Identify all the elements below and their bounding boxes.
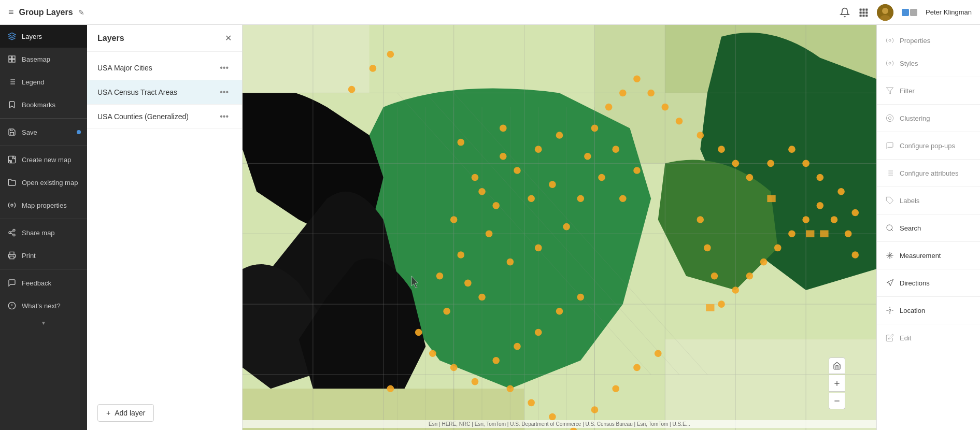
svg-point-64 [457, 251, 464, 259]
right-label-styles: Styles [900, 60, 918, 67]
layer-more-button-2[interactable]: ••• [217, 111, 232, 122]
zoom-out-button[interactable] [829, 393, 845, 409]
layer-item-usa-census-tract[interactable]: USA Census Tract Areas ••• [87, 80, 242, 105]
sidebar-item-bookmarks[interactable]: Bookmarks [0, 93, 87, 116]
right-item-labels[interactable]: Labels [877, 189, 980, 212]
svg-rect-37 [243, 25, 370, 93]
right-divider-3 [877, 132, 980, 132]
svg-point-116 [612, 385, 619, 392]
sidebar-divider-1 [0, 118, 87, 119]
zoom-in-button[interactable] [829, 375, 845, 392]
svg-point-135 [831, 216, 838, 223]
svg-rect-13 [9, 56, 11, 59]
home-button[interactable] [829, 357, 845, 374]
svg-rect-30 [10, 256, 14, 259]
sidebar-divider-3 [0, 219, 87, 219]
sidebar-item-layers[interactable]: Layers [0, 25, 87, 48]
svg-point-81 [633, 167, 641, 174]
svg-point-110 [577, 294, 584, 301]
svg-point-65 [436, 273, 444, 280]
right-label-labels: Labels [900, 197, 919, 205]
svg-point-77 [556, 132, 563, 139]
legend-icon [7, 78, 17, 86]
right-item-location[interactable]: Location [877, 299, 980, 322]
svg-point-72 [528, 195, 535, 202]
svg-point-87 [647, 90, 655, 97]
right-item-properties[interactable]: Properties [877, 29, 980, 52]
sidebar-item-map-properties[interactable]: Map properties [0, 194, 87, 217]
svg-point-103 [429, 350, 436, 357]
sidebar-label-save: Save [22, 128, 37, 136]
svg-point-102 [415, 329, 422, 336]
svg-point-97 [816, 174, 823, 181]
svg-point-63 [486, 230, 493, 237]
svg-point-57 [387, 51, 394, 58]
layer-more-button-0[interactable]: ••• [217, 62, 232, 74]
sidebar-label-feedback: Feedback [22, 279, 51, 287]
sidebar-item-whats-next[interactable]: What's next? [0, 294, 87, 317]
layer-item-usa-counties[interactable]: USA Counties (Generalized) ••• [87, 105, 242, 129]
right-label-edit: Edit [900, 334, 911, 342]
svg-marker-171 [887, 279, 893, 286]
create-map-icon [7, 155, 17, 164]
svg-point-71 [549, 181, 556, 188]
right-label-directions: Directions [900, 279, 930, 287]
layers-close-button[interactable]: ✕ [225, 33, 232, 43]
sidebar-item-feedback[interactable]: Feedback [0, 271, 87, 294]
menu-button[interactable]: ≡ [8, 7, 14, 18]
sidebar-item-legend[interactable]: Legend [0, 70, 87, 93]
edit-title-icon[interactable]: ✎ [78, 8, 84, 17]
color-swatches [902, 9, 917, 16]
avatar[interactable] [877, 4, 893, 21]
right-item-configure-attributes[interactable]: Configure attributes [877, 162, 980, 184]
svg-point-89 [676, 118, 683, 125]
share-icon [7, 228, 17, 237]
svg-point-136 [845, 230, 852, 237]
right-item-filter[interactable]: Filter [877, 79, 980, 102]
layers-panel-header: Layers ✕ [87, 25, 242, 52]
sidebar-label-share-map: Share map [22, 229, 55, 237]
right-item-configure-popups[interactable]: Configure pop-ups [877, 134, 980, 157]
svg-point-75 [500, 153, 507, 160]
right-item-clustering[interactable]: Clustering [877, 107, 980, 130]
svg-point-157 [889, 39, 891, 41]
right-divider-8 [877, 269, 980, 269]
sidebar-label-print: Print [22, 252, 36, 260]
notifications-button[interactable] [840, 7, 850, 18]
right-item-search[interactable]: Search [877, 217, 980, 239]
sidebar-label-legend: Legend [22, 78, 44, 86]
basemap-icon [7, 55, 17, 63]
right-divider-5 [877, 187, 980, 187]
open-map-icon [7, 178, 17, 187]
svg-point-124 [697, 216, 704, 223]
svg-line-29 [11, 231, 13, 232]
sidebar-item-create-new-map[interactable]: Create new map [0, 148, 87, 171]
sidebar-item-open-existing-map[interactable]: Open existing map [0, 171, 87, 194]
svg-rect-5 [865, 11, 868, 13]
layers-list: USA Major Cities ••• USA Census Tract Ar… [87, 52, 242, 396]
color-swatch-gray [910, 9, 917, 16]
layer-more-button-1[interactable]: ••• [217, 87, 232, 98]
svg-point-10 [882, 8, 888, 14]
layer-name-usa-counties: USA Counties (Generalized) [97, 112, 217, 121]
right-item-styles[interactable]: Styles [877, 52, 980, 75]
map-area[interactable]: Esri | HERE, NRC | Esri, TomTom | U.S. D… [243, 25, 876, 430]
sidebar-item-basemap[interactable]: Basemap [0, 48, 87, 70]
apps-grid-button[interactable] [858, 7, 869, 18]
svg-point-85 [619, 90, 627, 97]
sidebar-item-share-map[interactable]: Share map [0, 221, 87, 244]
svg-point-88 [662, 104, 669, 111]
sidebar-item-print[interactable]: Print [0, 244, 87, 267]
svg-rect-138 [706, 304, 714, 311]
sidebar-item-save[interactable]: Save [0, 121, 87, 144]
attribution-text: Esri | HERE, NRC | Esri, TomTom | U.S. D… [429, 421, 690, 427]
add-layer-button[interactable]: + Add layer [97, 404, 154, 422]
svg-point-56 [370, 65, 377, 72]
right-item-edit[interactable]: Edit [877, 326, 980, 349]
add-layer-container: + Add layer [87, 396, 242, 430]
layer-item-usa-major-cities[interactable]: USA Major Cities ••• [87, 56, 242, 80]
svg-point-99 [851, 209, 859, 217]
right-item-directions[interactable]: Directions [877, 271, 980, 294]
right-item-measurement[interactable]: Measurement [877, 244, 980, 267]
bookmarks-icon [7, 101, 17, 109]
